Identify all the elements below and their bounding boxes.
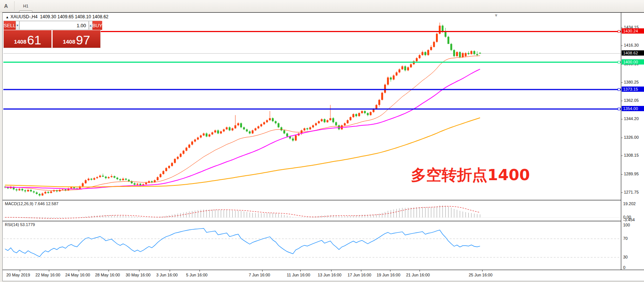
sell-price-main: 1408 [14, 38, 26, 45]
price-tick [621, 156, 623, 156]
time-tick-label: 3 Jun 16:00 [156, 273, 178, 277]
time-tick [262, 270, 263, 272]
time-tick-label: 28 May 16:00 [95, 273, 120, 277]
time-tick [331, 270, 332, 272]
price-tick-label: 1289.95 [624, 172, 639, 176]
ohlc-values: 1409.30 1409.65 1408.10 1408.62 [40, 14, 109, 19]
symbol-period-label: XAUUSD-,H4 [10, 14, 38, 19]
price-badge: 1373.15 [622, 87, 644, 92]
sell-button[interactable]: SELL [4, 21, 16, 30]
time-tick-label: 17 Jun 16:00 [348, 273, 371, 277]
price-tick [621, 101, 623, 101]
price-tick [621, 119, 623, 119]
toolbar: EFAT✦▾ M1M5M15M30H1H4D1W1MN [0, 0, 644, 12]
volume-input[interactable] [19, 21, 89, 30]
time-tick [482, 270, 483, 272]
time-tick [300, 270, 301, 272]
rsi-indicator-label: RSI(14) 53.1779 [5, 222, 35, 227]
toolbar-separator [14, 1, 16, 10]
indicator-axis-label: 30 [623, 255, 628, 259]
indicator-axis-label: -3.454 [623, 217, 635, 222]
time-tick [200, 270, 200, 272]
price-axis[interactable]: 1434.151416.301398.101380.251362.051344.… [621, 13, 644, 270]
time-tick [170, 270, 170, 272]
indicator-axis-label: 19.202 [623, 201, 636, 206]
price-tick [621, 46, 623, 46]
indicator-axis-label: 0 [623, 265, 625, 270]
timeframe-button-h1[interactable]: H1 [19, 1, 32, 10]
volume-increase-button[interactable]: ▲ [89, 21, 92, 30]
time-tick-label: 5 Jun 16:00 [186, 273, 208, 277]
sell-price-pips: 61 [27, 34, 41, 46]
price-badge: 1400.00 [622, 59, 644, 65]
time-tick [20, 270, 20, 272]
time-tick [139, 270, 139, 272]
window-splitter[interactable] [3, 220, 644, 222]
time-tick [361, 270, 361, 272]
time-axis[interactable]: 20 May 201922 May 16:0024 May 16:0028 Ma… [3, 270, 644, 281]
time-tick [49, 270, 49, 272]
price-tick [621, 192, 623, 193]
time-tick-label: 11 Jun 16:00 [287, 273, 310, 277]
time-tick-label: 7 Jun 16:00 [249, 273, 270, 277]
indicator-axis-label: 70 [623, 236, 628, 241]
time-tick [390, 270, 390, 272]
price-tick-label: 1271.75 [624, 190, 639, 194]
price-tick [621, 174, 623, 175]
buy-button[interactable]: BUY [92, 21, 103, 30]
price-tick-label: 1308.15 [624, 153, 639, 157]
indicator-axis-label: 100 [623, 223, 630, 227]
macd-indicator-label: MACD(12,26,9) 7.646 12.587 [5, 201, 59, 206]
price-badge: 1430.24 [622, 28, 644, 34]
buy-price-display[interactable]: 1408 97 [53, 30, 100, 48]
chart-window: ▲XAUUSD-,H4 1409.30 1409.65 1408.10 1408… [2, 12, 644, 281]
time-tick-label: 30 May 16:00 [126, 273, 151, 277]
sell-price-display[interactable]: 1408 61 [4, 30, 51, 48]
price-tick-label: 1380.25 [624, 80, 639, 84]
chart-title: ▲XAUUSD-,H4 1409.30 1409.65 1408.10 1408… [6, 14, 109, 19]
window-splitter[interactable] [3, 200, 644, 201]
rsi-panel [3, 222, 621, 270]
collapse-panel-arrow-icon[interactable]: ▲ [6, 15, 9, 19]
buy-price-main: 1408 [63, 38, 75, 45]
time-tick [79, 270, 79, 272]
price-badge: 1408.62 [622, 50, 644, 56]
volume-decrease-button[interactable]: ▼ [16, 21, 19, 30]
time-tick [420, 270, 420, 272]
time-tick-label: 20 May 2019 [6, 273, 30, 277]
buy-price-pips: 97 [76, 34, 90, 46]
one-click-trading-panel: SELL ▼ ▲ BUY 1408 61 1408 97 [3, 21, 101, 48]
price-tick-label: 1326.00 [624, 135, 639, 140]
time-tick [109, 270, 109, 272]
time-tick-label: 22 May 16:00 [35, 273, 60, 277]
time-tick-label: 21 Jun 16:00 [406, 273, 430, 277]
price-tick-label: 1416.30 [624, 43, 639, 47]
chart-annotation-text: 多空转折点1400 [411, 165, 530, 185]
text-label-icon[interactable]: A [0, 1, 12, 11]
price-tick [621, 138, 623, 138]
time-tick-label: 25 Jun 16:00 [469, 273, 493, 277]
macd-panel [3, 201, 621, 220]
price-tick-label: 1362.05 [624, 98, 639, 103]
time-tick-label: 19 Jun 16:00 [377, 273, 400, 277]
price-badge: 1354.00 [622, 106, 644, 111]
mt4-window: EFAT✦▾ M1M5M15M30H1H4D1W1MN ▲XAUUSD-,H4 … [0, 0, 644, 282]
chart-shift-marker-icon[interactable]: ▼ [494, 13, 498, 18]
time-tick-label: 24 May 16:00 [65, 273, 90, 277]
price-tick [621, 82, 623, 83]
time-tick-label: 13 Jun 16:00 [318, 273, 342, 277]
price-tick-label: 1344.20 [624, 116, 639, 121]
price-tick [621, 28, 623, 28]
